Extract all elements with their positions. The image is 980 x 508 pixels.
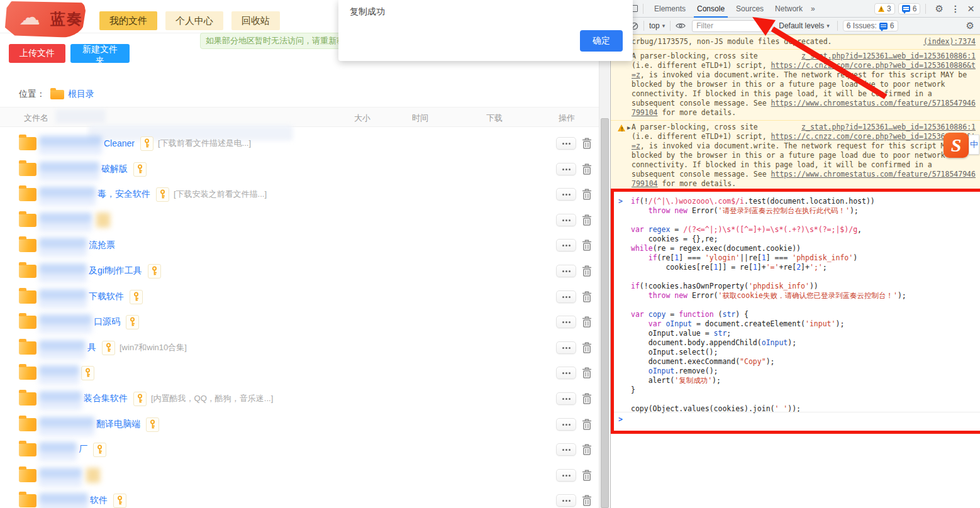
more-actions-button[interactable] [556,290,576,303]
ok-button[interactable]: 确定 [580,30,623,52]
message-icon [879,23,888,30]
more-actions-button[interactable] [556,316,576,328]
upload-file-button[interactable]: 上传文件 [9,44,65,63]
key-icon [156,187,169,202]
more-actions-button[interactable] [556,494,576,507]
file-name-link[interactable]: 及gif制作工具 [89,265,142,277]
trash-icon[interactable] [581,188,593,201]
more-actions-button[interactable] [556,443,576,456]
trash-icon[interactable] [581,239,593,251]
trash-icon[interactable] [581,214,593,226]
expand-icon[interactable]: ▶ [627,123,630,133]
table-row: 下载软件 [0,284,599,309]
column-downloads: 下载 [486,113,503,124]
message-text: (i.e. different eTLD+1) script, [632,132,771,141]
tab-personal-center[interactable]: 个人中心 [165,11,223,30]
issues-badge[interactable]: 6 Issues: 6 [843,20,898,31]
file-name-link[interactable]: 具 [87,342,96,353]
more-actions-button[interactable] [556,469,576,482]
log-levels-selector[interactable]: Default levels ▾ [779,21,830,30]
sogou-ime-icon[interactable]: S [944,133,969,158]
more-actions-button[interactable] [556,188,576,201]
file-name-link[interactable]: 软件 [90,495,108,506]
trash-icon[interactable] [581,341,593,354]
trash-icon[interactable] [581,392,593,405]
tab-my-files[interactable]: 我的文件 [99,11,157,30]
code-token: 'input' [805,319,835,328]
file-name-link[interactable]: 流抢票 [89,240,115,251]
folder-icon [19,214,36,227]
trash-icon[interactable] [581,316,593,328]
redacted-name-blur [39,340,86,359]
console-input-area[interactable]: > if(!/(^|\.)woozooo\.com$/i.test(docume… [611,190,980,508]
file-name-link[interactable]: 装合集软件 [84,393,128,404]
code-token: ';' [810,263,823,272]
console-source-link[interactable]: z_stat.php?id=125361…web_id=1253610886:1 [801,123,976,132]
console-settings-gear-icon[interactable]: ⚙ [966,20,974,31]
file-name-link[interactable]: Cleaner [104,138,135,148]
trash-icon[interactable] [581,418,593,431]
code-token: = [670,225,683,234]
new-folder-button[interactable]: 新建文件夹 [70,44,130,63]
trash-icon[interactable] [581,265,593,277]
trash-icon[interactable] [581,163,593,175]
row-actions [556,265,593,277]
key-icon [140,136,153,151]
tab-console[interactable]: Console [691,0,730,18]
file-name-link[interactable]: 毒，安全软件 [97,189,150,200]
file-name-link[interactable]: 口源码 [94,316,120,328]
console-source-link[interactable]: (index):7374 [923,37,976,47]
file-name-link[interactable]: 厂 [79,444,87,455]
filter-input[interactable] [692,20,772,32]
trash-icon[interactable] [581,367,593,379]
trash-icon[interactable] [581,494,593,507]
root-directory-link[interactable]: 根目录 [68,89,94,100]
code-token: } [631,385,635,394]
more-actions-button[interactable] [556,392,576,405]
more-actions-button[interactable] [556,367,576,379]
issues-label: 6 Issues: [847,21,877,30]
trash-icon[interactable] [581,469,593,482]
table-row [0,207,599,233]
more-actions-button[interactable] [556,239,576,251]
tab-network[interactable]: Network [769,0,808,18]
console-source-link[interactable]: z_stat.php?id=125361…web_id=1253610886:1 [801,52,976,61]
tab-elements[interactable]: Elements [649,0,691,18]
trash-icon[interactable] [581,137,593,150]
ime-language-badge: 中 [969,135,979,155]
warnings-badge[interactable]: 3 [874,3,895,14]
close-devtools-icon[interactable]: × [967,3,974,14]
page-scrollbar[interactable] [599,30,610,508]
file-name-link[interactable]: 翻译电脑端 [96,419,140,430]
redaction-blur [55,109,106,123]
live-expression-eye-icon[interactable] [676,22,686,30]
messages-count: 6 [913,4,917,13]
file-name-link[interactable]: 下载软件 [89,291,124,302]
more-tabs-icon[interactable]: » [811,4,815,13]
more-actions-button[interactable] [556,341,576,354]
settings-gear-icon[interactable]: ⚙ [935,3,943,14]
context-selector[interactable]: top ▾ [649,21,665,30]
more-actions-button[interactable] [556,265,576,277]
messages-badge[interactable]: 6 [898,3,921,14]
row-actions [556,443,593,456]
code-token: function [679,310,713,319]
more-actions-button[interactable] [556,418,576,431]
code-token: (! [640,197,649,206]
more-actions-button[interactable] [556,137,576,150]
code-line: cookies[re[1]] = re[1]+'='+re[2]+';'; [631,263,978,272]
redacted-key-blur [86,468,100,483]
alert-dialog: 复制成功 确定 [338,0,633,61]
file-name-link[interactable]: 破解版 [101,163,128,175]
more-actions-button[interactable] [556,163,576,175]
trash-icon[interactable] [581,290,593,303]
tab-recycle-bin[interactable]: 回收站 [231,11,280,30]
tab-sources[interactable]: Sources [730,0,769,18]
redacted-name-blur [39,213,92,231]
kebab-menu-icon[interactable]: ⋮ [951,4,960,14]
trash-icon[interactable] [581,443,593,456]
console-new-prompt[interactable]: > [611,412,980,424]
more-actions-button[interactable] [556,214,576,226]
scrollbar-thumb[interactable] [601,118,609,508]
code-token: 1 [714,263,718,272]
